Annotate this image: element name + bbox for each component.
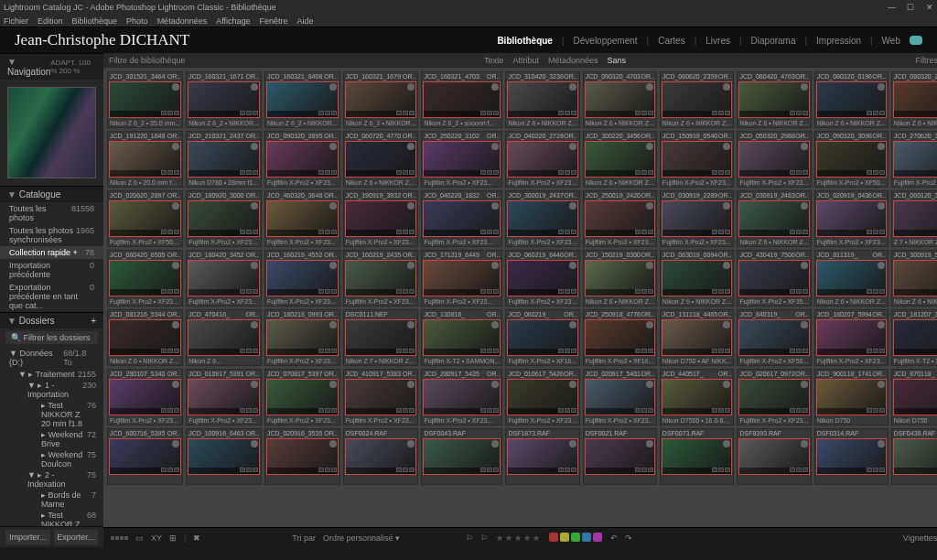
thumbnail-cell[interactable]: JCD_090320_3098OR..Fujifilm X-Pro2 • XF5… <box>814 131 889 188</box>
folder-item[interactable]: ▼ ▸ 2 - Indexation75 <box>0 469 103 490</box>
thumbnail-cell[interactable]: JCD_070817_5397OR..Fujifilm X-Pro2 • XF2… <box>264 369 340 425</box>
drive-row[interactable]: ▼ Données (D:) 68/1.8 To <box>0 347 103 369</box>
thumbnail-cell[interactable]: JCD_040220_1832OR..Fujifilm X-Pro2 • XF2… <box>421 190 502 247</box>
thumbnail-cell[interactable]: JCD_430419_7506OR..Fujifilm X-Pro2 • XF3… <box>737 250 811 307</box>
thumbnail-cell[interactable]: JCD_270620_3245OR..Fujifilm X-Pro2 • XF5… <box>891 131 937 188</box>
thumbnail-cell[interactable]: JCD_300220_3456OR..Nikon Z 6 • NIKKOR Z.… <box>583 131 657 188</box>
thumbnail-cell[interactable]: JCD_060219_OR..Fujifilm X-Pro2 • XF16... <box>505 309 579 366</box>
navigator-header[interactable]: ▼ Navigation ADAPT. 100 % 200 % <box>0 53 103 80</box>
thumbnail-cell[interactable]: DSF8393.RAF <box>737 428 811 485</box>
thumbnail-cell[interactable]: DSF0314.RAF <box>814 428 889 485</box>
module-web[interactable]: Web <box>882 36 900 46</box>
thumbnail-cell[interactable]: JCD_600716_5395OR.. <box>107 428 183 485</box>
grid-view-icon[interactable] <box>111 536 128 540</box>
thumbnail-cell[interactable]: JCD_870118_OR..Nikon D750 <box>891 369 937 425</box>
thumbnail-cell[interactable]: JCD_060219_6446OR..Fujifilm X-Pro2 • XF2… <box>505 250 579 307</box>
thumbnail-cell[interactable]: JCD_310420_3236OR..Nikon Z 6 • NIKKOR Z.… <box>505 71 579 128</box>
thumbnail-cell[interactable]: JCD_010617_5426OR..Fujifilm X-Pro2 • XF2… <box>505 369 579 425</box>
thumbnail-cell[interactable]: JCD_131118_4465OR..Nikon D750 • AF NIKK.… <box>660 309 735 366</box>
maximize-icon[interactable]: ☐ <box>907 3 914 12</box>
thumbnail-cell[interactable]: DSF0043.RAF <box>421 428 502 485</box>
thumbnail-cell[interactable]: JCD_410917_5383OR..Fujifilm X-Pro2 • XF2… <box>343 369 419 425</box>
thumbnail-cell[interactable]: JCD_160321_1679OR..Nikon Z 6_2 • NIKKOR.… <box>343 71 419 128</box>
cloud-sync-icon[interactable] <box>910 36 922 45</box>
folder-item[interactable]: ▸ Bords de Marne7 <box>0 490 103 510</box>
menu-photo[interactable]: Photo <box>126 16 148 26</box>
menu-fichier[interactable]: Fichier <box>4 16 28 26</box>
catalog-item[interactable]: Exportation précédente en tant que cat..… <box>0 281 103 312</box>
rotate-left-icon[interactable]: ↶ <box>610 533 618 543</box>
thumbnail-cell[interactable]: DSF0438.RAF <box>891 428 937 485</box>
thumbnail-cell[interactable]: JCD_080320_2435OR..Nikon Z 6 • NIKKOR Z.… <box>891 71 937 128</box>
thumbnail-cell[interactable]: JCD_020620_2897OR..Fujifilm X-Pro2 • XF5… <box>107 190 183 247</box>
navigator-image[interactable] <box>7 87 96 178</box>
minimize-icon[interactable]: — <box>888 3 896 12</box>
thumbnail-cell[interactable]: JCD_090320_4703OR..Nikon Z 6 • NIKKOR Z.… <box>583 71 657 128</box>
folder-filter-input[interactable]: 🔍 Filtrer les dossiers <box>5 331 98 344</box>
thumbnail-cell[interactable]: JCD_050320_2988OR..Fujifilm X-Pro2 • XF2… <box>737 131 811 188</box>
flag-reject-icon[interactable]: ⚐ <box>480 533 488 543</box>
thumbnail-cell[interactable]: JCD_160321_4703OR..Nikon Z 6_2 • sooonn … <box>421 71 502 128</box>
thumbnail-cell[interactable]: JCD_190919_3932OR..Fujifilm X-Pro2 • XF2… <box>343 190 419 247</box>
thumbnail-cell[interactable]: JCD_020916_3535OR.. <box>264 428 340 485</box>
thumbnail-cell[interactable]: JCD_030919_2483OR..Nikon Z 6 • NIKKOR Z.… <box>737 190 811 247</box>
catalog-header[interactable]: ▼ Catalogue <box>0 186 103 202</box>
menu-affichage[interactable]: Affichage <box>216 16 250 26</box>
module-diaporama[interactable]: Diaporama <box>751 36 796 46</box>
close-icon[interactable]: ✕ <box>926 3 933 12</box>
thumbnail-cell[interactable]: JCD_191220_1648OR..Nikon Z 6 • 20.0 mm f… <box>107 131 183 188</box>
thumbnail-cell[interactable]: DSC0111.NEFNikon Z 7 • NIKKOR Z... <box>343 309 419 366</box>
thumbnail-cell[interactable]: JCD_080420_4763OR..Nikon Z 6 • NIKKOR Z.… <box>737 71 811 128</box>
thumbnail-cell[interactable]: JCD_180420_3452OR..Fujifilm X-Pro2 • XF2… <box>186 250 262 307</box>
folder-item[interactable]: ▸ Weekend Doulcon75 <box>0 449 103 469</box>
thumbnail-cell[interactable]: JCD_280917_5435OR..Fujifilm X-Pro2 • XF2… <box>421 369 502 425</box>
filter-tab-sans[interactable]: Sans <box>608 56 627 65</box>
filter-tab-attribut[interactable]: Attribut <box>513 56 540 65</box>
thumbnail-cell[interactable]: JCD_100916_6463OR.. <box>186 428 262 485</box>
thumbnail-cell[interactable]: JCD_080320_0196OR..Nikon Z 6 • NIKKOR Z.… <box>814 71 889 128</box>
compare-view-icon[interactable]: XY <box>151 533 162 543</box>
thumbnail-cell[interactable]: JCD_020919_0436OR..Fujifilm X-Pro2 • XF2… <box>814 190 889 247</box>
folder-item[interactable]: ▼ ▸ 1 - Importation230 <box>0 380 103 400</box>
menu-aide[interactable]: Aide <box>297 16 314 26</box>
thumbnail-cell[interactable]: DSF0024.RAF <box>343 428 419 485</box>
thumbnail-cell[interactable]: JCD_160219_4552OR..Fujifilm X-Pro2 • XF2… <box>264 250 340 307</box>
catalog-item[interactable]: Toutes les photos81558 <box>0 202 103 224</box>
thumbnail-cell[interactable]: JCD_171219_6449OR..Fujifilm X-Pro2 • XF2… <box>421 250 502 307</box>
thumbnail-cell[interactable]: JCD_150919_0540OR..Fujifilm X-Pro2 • XF2… <box>660 131 735 188</box>
thumbnail-cell[interactable]: JCD_180207_5994OR..Fujifilm X-Pro2 • XF2… <box>814 309 889 366</box>
filter-preset[interactable]: Filtres désa... <box>916 56 937 65</box>
thumbnail-cell[interactable]: JCD_060420_6505OR..Fujifilm X-Pro2 • XF2… <box>107 250 183 307</box>
folder-item[interactable]: ▸ Test NIKKOR Z 50 mm f1.268 <box>0 510 103 526</box>
thumbnail-cell[interactable]: JCD_150219_0300OR..Nikon Z 6 • NIKKOR Z.… <box>583 250 657 307</box>
thumbnail-cell[interactable]: JCD_030919_2289OR..Fujifilm X-Pro2 • XF2… <box>660 190 735 247</box>
add-icon[interactable]: + <box>91 316 96 326</box>
catalog-item[interactable]: Collection rapide +78 <box>0 246 103 259</box>
survey-view-icon[interactable]: ⊞ <box>169 533 177 543</box>
catalog-item[interactable]: Toutes les photos synchronisées1965 <box>0 224 103 246</box>
thumbnail-cell[interactable]: JCD_160321_1671OR..Nikon Z 6_2 • NIKKOR.… <box>186 71 262 128</box>
thumbnail-cell[interactable]: JCD_250019_2420OR..Fujifilm X-Pro2 • XF2… <box>583 190 657 247</box>
thumbnail-cell[interactable]: JCD_470416_OR..Nikon Z 6... <box>186 309 262 366</box>
loupe-view-icon[interactable]: ▭ <box>135 533 144 543</box>
thumbnail-cell[interactable]: JCD_840319_OR..Fujifilm X-Pro2 • XF50... <box>737 309 811 366</box>
thumbnail-cell[interactable]: JCD_300919_5919OR..Nikon Z 6 • NIKKOR Z.… <box>891 250 937 307</box>
menu-fenêtre[interactable]: Fenêtre <box>260 16 288 26</box>
thumbnail-cell[interactable]: JCD_250220_3102OR..Fujifilm X-Pro2 • XF2… <box>421 131 502 188</box>
thumbnail-cell[interactable]: JCD_020917_5401OR..Fujifilm X-Pro2 • XF2… <box>583 369 657 425</box>
thumbnail-cell[interactable]: DSF0073.RAF <box>660 428 735 485</box>
thumbnail-cell[interactable]: JCD_180218_0993OR..Fujifilm X-Pro2 • XF2… <box>264 309 340 366</box>
sort-dropdown[interactable]: Ordre personnalisé ▾ <box>323 533 400 543</box>
rating-stars[interactable]: ★★★★★ <box>495 533 541 543</box>
catalog-item[interactable]: Importation précédente0 <box>0 259 103 281</box>
module-développement[interactable]: Développement <box>574 36 638 46</box>
thumbnail-cell[interactable]: JCD_180920_3000OR..Fujifilm X-Pro2 • XF2… <box>186 190 262 247</box>
module-impression[interactable]: Impression <box>816 36 861 46</box>
thumbnail-cell[interactable]: JCD_900118_1741OR..Nikon D750 <box>814 369 889 425</box>
thumbnail-cell[interactable]: JCD_010917_5391OR..Fujifilm X-Pro2 • XF2… <box>186 369 262 425</box>
thumbnail-cell[interactable]: JCD_250918_4776OR..Fujifilm X-Pro2 • XF1… <box>583 309 657 366</box>
thumbnail-cell[interactable]: JCD_020617_0972OR..Fujifilm X-Pro2 • XF2… <box>737 369 811 425</box>
import-button[interactable]: Importer... <box>5 530 50 544</box>
menu-métadonnées[interactable]: Métadonnées <box>157 16 208 26</box>
menu-edition[interactable]: Edition <box>38 16 63 26</box>
